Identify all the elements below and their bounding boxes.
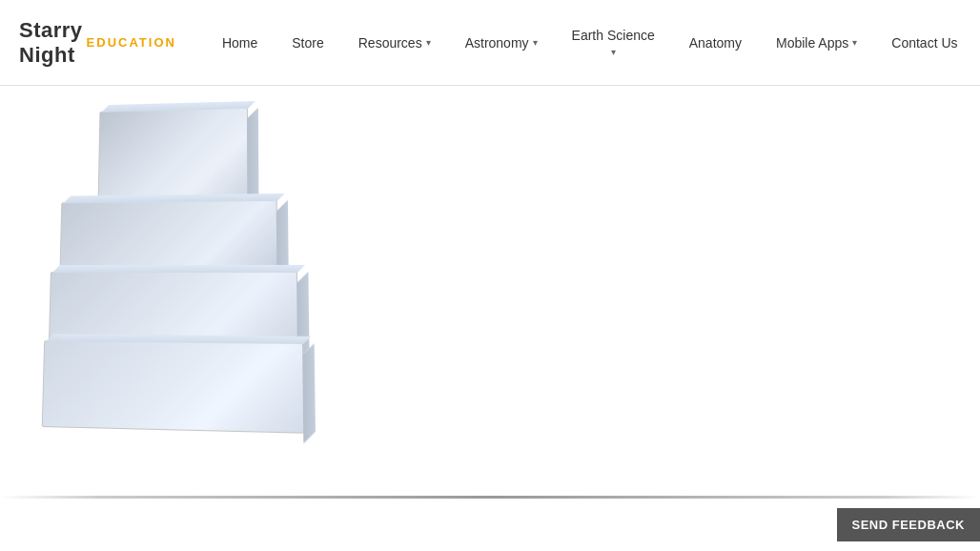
logo-starry-night: Starry Night	[19, 18, 83, 68]
3d-box-stack	[36, 107, 309, 446]
nav-item-astronomy[interactable]: Astronomy ▾	[448, 0, 555, 86]
main-nav: Home Store Resources ▾ Astronomy ▾ Earth…	[205, 0, 975, 86]
nav-item-earth-science[interactable]: Earth Science ▾	[555, 0, 672, 86]
chevron-down-icon: ▾	[852, 37, 857, 48]
chevron-down-icon: ▾	[533, 37, 538, 48]
nav-item-home[interactable]: Home	[205, 0, 275, 86]
nav-item-mobile-apps[interactable]: Mobile Apps ▾	[759, 0, 874, 86]
main-content: SEND FEEDBACK	[0, 86, 980, 551]
nav-item-resources[interactable]: Resources ▾	[341, 0, 448, 86]
bottom-divider	[0, 496, 980, 499]
site-header: Starry Night EDUCATION Home Store Resour…	[0, 0, 980, 86]
logo-education: EDUCATION	[87, 35, 176, 50]
nav-item-store[interactable]: Store	[275, 0, 340, 86]
box-item-4	[42, 340, 305, 434]
nav-item-anatomy[interactable]: Anatomy	[672, 0, 759, 86]
nav-item-contact-us[interactable]: Contact Us	[874, 0, 974, 86]
send-feedback-button[interactable]: SEND FEEDBACK	[837, 508, 980, 541]
site-logo[interactable]: Starry Night EDUCATION	[19, 18, 176, 68]
chevron-down-icon: ▾	[426, 37, 431, 48]
chevron-down-icon: ▾	[611, 47, 616, 57]
hero-visual	[38, 105, 334, 467]
